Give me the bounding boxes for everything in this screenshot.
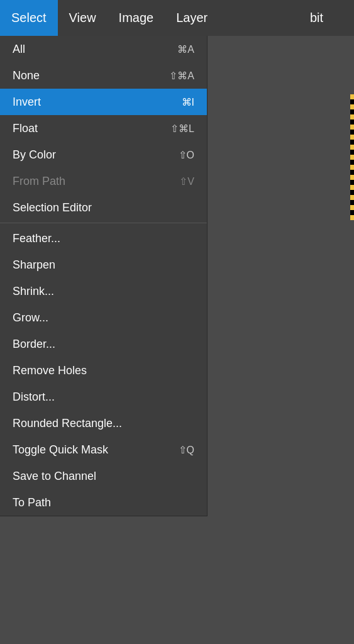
menu-item-float-shortcut: ⇧⌘L — [170, 123, 194, 135]
menu-item-selection-editor-label: Selection Editor — [13, 201, 92, 214]
menu-divider-1 — [0, 223, 207, 223]
menu-item-from-path-label: From Path — [13, 175, 65, 188]
menu-item-feather[interactable]: Feather... — [0, 225, 207, 252]
menu-item-remove-holes[interactable]: Remove Holes — [0, 357, 207, 384]
menu-item-all-label: All — [13, 43, 25, 56]
menu-item-distort-label: Distort... — [13, 391, 55, 404]
menu-bar-label-layer: Layer — [176, 11, 207, 25]
menu-item-to-path[interactable]: To Path — [0, 489, 207, 516]
menu-item-save-to-channel-label: Save to Channel — [13, 470, 96, 483]
yellow-dashed-line — [350, 94, 354, 220]
menu-item-float[interactable]: Float ⇧⌘L — [0, 115, 207, 142]
select-dropdown-menu: All ⌘A None ⇧⌘A Invert ⌘I Float ⇧⌘L By C… — [0, 36, 207, 516]
menu-item-by-color[interactable]: By Color ⇧O — [0, 142, 207, 168]
menu-section-2: Feather... Sharpen Shrink... Grow... Bor… — [0, 225, 207, 516]
menu-item-grow-label: Grow... — [13, 311, 48, 325]
menu-bar: Select View Image Layer bit — [0, 0, 354, 36]
menu-bar-partial-right: bit — [304, 0, 354, 36]
menu-bar-item-select[interactable]: Select — [0, 0, 58, 36]
menu-item-by-color-shortcut: ⇧O — [179, 149, 194, 161]
menu-bar-label-select: Select — [11, 11, 47, 25]
menu-item-border-label: Border... — [13, 338, 55, 351]
menu-item-selection-editor[interactable]: Selection Editor — [0, 194, 207, 221]
menu-bar-item-image[interactable]: Image — [108, 0, 165, 36]
partial-text: bit — [310, 11, 323, 25]
menu-item-none-label: None — [13, 69, 40, 82]
menu-bar-item-layer[interactable]: Layer — [165, 0, 219, 36]
menu-item-none[interactable]: None ⇧⌘A — [0, 62, 207, 89]
menu-item-save-to-channel[interactable]: Save to Channel — [0, 463, 207, 489]
menu-item-remove-holes-label: Remove Holes — [13, 364, 87, 377]
menu-item-invert-label: Invert — [13, 96, 41, 109]
menu-item-shrink[interactable]: Shrink... — [0, 278, 207, 304]
menu-item-distort[interactable]: Distort... — [0, 384, 207, 410]
menu-item-float-label: Float — [13, 122, 38, 135]
menu-item-invert-shortcut: ⌘I — [182, 96, 194, 108]
menu-item-by-color-label: By Color — [13, 148, 56, 162]
menu-item-toggle-quick-mask[interactable]: Toggle Quick Mask ⇧Q — [0, 436, 207, 463]
menu-item-border[interactable]: Border... — [0, 331, 207, 357]
menu-item-rounded-rectangle[interactable]: Rounded Rectangle... — [0, 410, 207, 436]
menu-item-from-path-shortcut: ⇧V — [179, 175, 194, 187]
menu-bar-item-view[interactable]: View — [58, 0, 108, 36]
menu-item-rounded-rectangle-label: Rounded Rectangle... — [13, 417, 122, 430]
menu-item-toggle-quick-mask-shortcut: ⇧Q — [179, 444, 194, 456]
menu-item-all-shortcut: ⌘A — [177, 43, 194, 55]
menu-item-sharpen[interactable]: Sharpen — [0, 252, 207, 278]
menu-item-all[interactable]: All ⌘A — [0, 36, 207, 62]
menu-item-grow[interactable]: Grow... — [0, 304, 207, 331]
menu-bar-label-image: Image — [119, 11, 154, 25]
menu-item-invert[interactable]: Invert ⌘I — [0, 89, 207, 115]
menu-bar-label-view: View — [69, 11, 96, 25]
menu-section-1: All ⌘A None ⇧⌘A Invert ⌘I Float ⇧⌘L By C… — [0, 36, 207, 221]
menu-item-feather-label: Feather... — [13, 232, 60, 245]
menu-item-sharpen-label: Sharpen — [13, 258, 55, 272]
menu-item-from-path: From Path ⇧V — [0, 168, 207, 194]
menu-item-toggle-quick-mask-label: Toggle Quick Mask — [13, 443, 108, 457]
menu-item-none-shortcut: ⇧⌘A — [169, 70, 194, 82]
menu-item-to-path-label: To Path — [13, 496, 51, 509]
menu-item-shrink-label: Shrink... — [13, 285, 54, 298]
